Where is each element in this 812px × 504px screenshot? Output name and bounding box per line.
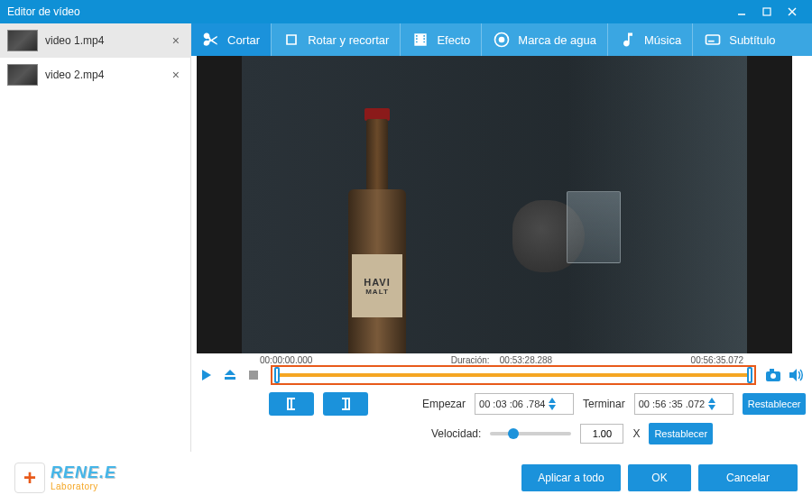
svg-rect-1 [763,8,770,15]
maximize-button[interactable] [754,4,780,20]
speed-slider[interactable] [490,432,571,435]
export-frame-button[interactable] [220,365,240,385]
speed-label: Velocidad: [431,427,481,440]
brand-name: RENE.E [51,464,116,482]
timeline-range[interactable] [271,365,756,385]
svg-rect-10 [225,377,235,380]
set-start-bracket-button[interactable] [269,392,314,416]
music-note-icon [619,31,637,49]
video-name: video 1.mp4 [45,34,169,47]
speed-suffix: X [632,427,640,440]
crop-rotate-icon [282,31,300,49]
start-label: Empezar [422,398,466,410]
tab-subtitle[interactable]: Subtítulo [693,23,786,56]
toolbar: Cortar Rotar y recortar Efecto Marca de … [191,23,812,56]
remove-video-icon[interactable]: × [169,68,183,82]
svg-marker-18 [549,398,556,403]
svg-marker-19 [549,405,556,410]
range-handle-end[interactable] [747,367,752,383]
svg-marker-21 [708,405,715,410]
preview-area: HAVI MALT 00:00:00.000 Duración: 00:53:2… [191,56,812,452]
film-icon [411,31,429,49]
play-button[interactable] [197,365,217,385]
cancel-button[interactable]: Cancelar [698,464,798,491]
video-thumbnail [7,64,38,86]
timeline-start-time: 00:00:00.000 [260,355,312,365]
apply-all-button[interactable]: Aplicar a todo [521,464,621,491]
tab-music[interactable]: Música [608,23,692,56]
brand-subtitle: Laboratory [51,481,116,491]
footer: + RENE.E Laboratory Aplicar a todo OK Ca… [0,452,812,504]
svg-point-13 [770,373,776,379]
svg-rect-6 [706,35,720,44]
snapshot-button[interactable] [763,365,783,385]
set-end-bracket-button[interactable] [323,392,368,416]
brand-logo: + RENE.E Laboratory [14,463,116,493]
range-handle-start[interactable] [274,367,280,383]
sidebar: video 1.mp4 × video 2.mp4 × [0,23,191,452]
stop-button[interactable] [244,365,263,385]
tab-rotate[interactable]: Rotar y recortar [272,23,400,56]
svg-rect-7 [708,41,715,42]
scissors-icon [202,31,220,49]
bottle-label: HAVI MALT [352,254,402,317]
timeline-times: 00:00:00.000 Duración: 00:53:28.288 00:5… [197,355,807,365]
reset-speed-button[interactable]: Restablecer [649,423,713,444]
speed-input[interactable] [580,424,623,444]
ok-button[interactable]: OK [628,464,691,491]
end-time-up[interactable] [707,397,716,404]
minimize-button[interactable] [729,4,754,20]
timeline-end-time: 00:56:35.072 [691,355,743,365]
svg-rect-14 [770,369,774,371]
svg-marker-15 [789,369,797,381]
end-time-input[interactable]: 00 :56 :35 .072 [634,393,734,415]
video-name: video 2.mp4 [45,69,169,81]
titlebar: Editor de vídeo [0,0,812,23]
sidebar-item[interactable]: video 2.mp4 × [0,58,190,92]
sidebar-item[interactable]: video 1.mp4 × [0,23,190,58]
svg-marker-20 [708,398,715,403]
start-time-input[interactable]: 00 :03 :06 .784 [475,393,574,415]
speed-slider-thumb[interactable] [508,428,519,439]
volume-button[interactable] [787,365,807,385]
subtitle-icon [704,31,722,49]
start-time-up[interactable] [548,397,557,404]
tab-watermark-label: Marca de agua [518,33,596,47]
tab-watermark[interactable]: Marca de agua [482,23,607,56]
logo-badge-icon: + [14,463,45,493]
video-preview[interactable]: HAVI MALT [197,56,792,353]
svg-rect-11 [249,371,258,380]
end-label: Terminar [583,398,625,410]
tab-cut-label: Cortar [227,33,260,47]
tab-rotate-label: Rotar y recortar [308,33,389,47]
reset-times-button[interactable]: Restablecer [743,393,807,415]
duration-label: Duración: [451,355,490,365]
tab-cut[interactable]: Cortar [191,23,271,56]
svg-marker-8 [202,370,211,380]
tab-effect-label: Efecto [437,33,470,47]
video-thumbnail [7,30,38,51]
remove-video-icon[interactable]: × [169,33,183,48]
end-time-down[interactable] [707,404,716,411]
svg-marker-9 [225,370,235,375]
tab-subtitle-label: Subtítulo [729,33,775,47]
watermark-icon [493,31,511,49]
svg-point-5 [499,37,505,43]
tab-music-label: Música [644,33,681,47]
window-title: Editor de vídeo [7,5,80,18]
close-button[interactable] [780,4,805,20]
start-time-down[interactable] [548,404,557,411]
tab-effect[interactable]: Efecto [401,23,481,56]
duration-value: 00:53:28.288 [500,355,552,365]
